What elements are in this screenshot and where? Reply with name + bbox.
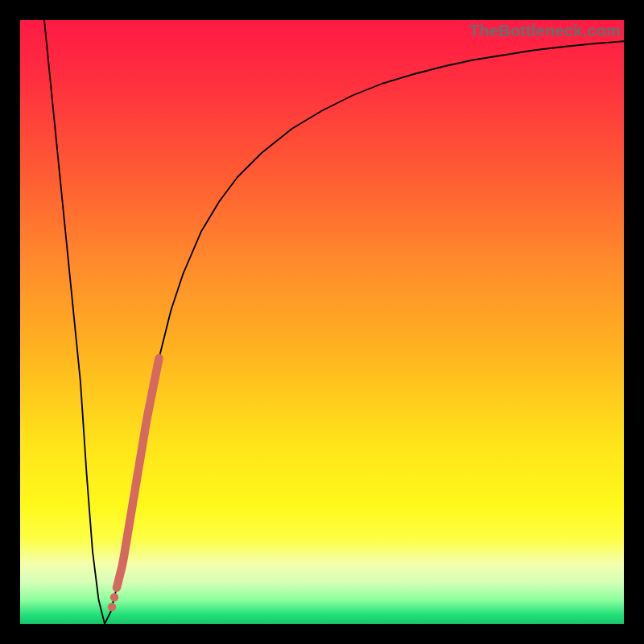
highlight-dot — [110, 593, 119, 602]
plot-area: TheBottleneck.com — [20, 20, 624, 624]
highlight-dot — [108, 603, 117, 612]
chart-frame: TheBottleneck.com — [0, 0, 644, 644]
curve-layer — [20, 20, 624, 624]
watermark-text: TheBottleneck.com — [469, 22, 621, 40]
highlight-segment — [117, 358, 159, 588]
